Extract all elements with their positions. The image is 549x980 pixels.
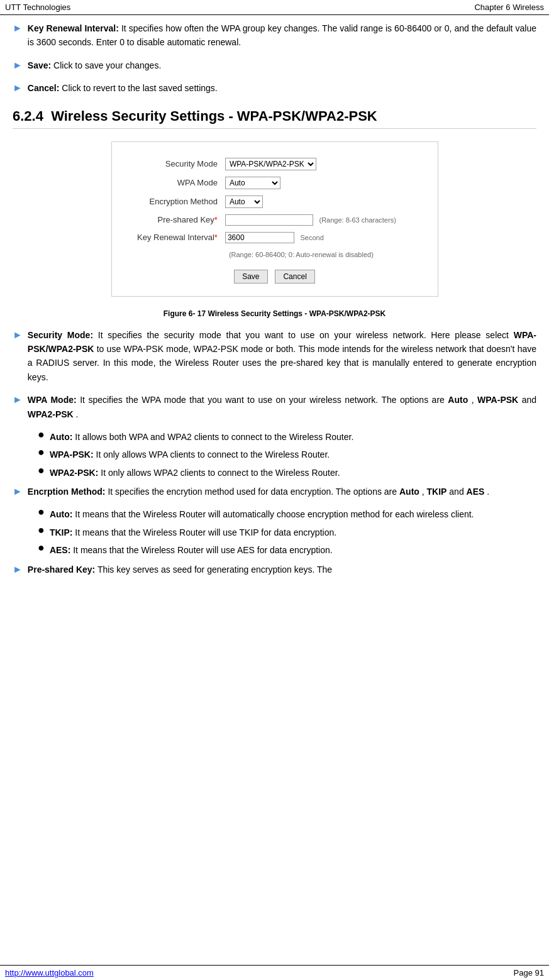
sub-dot-2: ● bbox=[38, 446, 45, 458]
bullet-text-3: Click to revert to the last saved settin… bbox=[62, 83, 217, 93]
security-mode-label: Security Mode bbox=[118, 155, 221, 173]
key-renewal-unit: Second bbox=[301, 234, 324, 241]
key-renewal-input[interactable] bbox=[225, 232, 294, 243]
encryption-method-select[interactable]: Auto TKIP AES bbox=[225, 195, 263, 208]
em-bold: Encrption Method: bbox=[28, 487, 106, 497]
header-left: UTT Technologies bbox=[5, 3, 70, 12]
section-title: 6.2.4 Wireless Security Settings - WPA-P… bbox=[13, 108, 536, 129]
bullet-bold-3: Cancel: bbox=[28, 83, 60, 93]
bullet-text-2: Click to save your changes. bbox=[53, 60, 161, 70]
bullet-cancel: ► Cancel: Click to revert to the last sa… bbox=[13, 81, 536, 95]
sub-em-tkip: ● TKIP: It means that the Wireless Route… bbox=[38, 526, 536, 539]
footer: http://www.uttglobal.com Page 91 bbox=[0, 965, 549, 980]
sm-bold: Security Mode: bbox=[28, 330, 93, 340]
bullet-bold-2: Save: bbox=[28, 60, 51, 70]
sub-wpapsk: ● WPA-PSK: It only allows WPA clients to… bbox=[38, 448, 536, 461]
figure-box: Security Mode WPA-PSK/WPA2-PSK WPA Mode … bbox=[111, 141, 438, 297]
sub-dot-3: ● bbox=[38, 465, 45, 476]
bullet-icon-em: ► bbox=[13, 486, 23, 497]
wm-text: It specifies the WPA mode that you want … bbox=[80, 395, 448, 405]
top-bullets: ► Key Renewal Interval: It specifies how… bbox=[13, 21, 536, 96]
sub-auto-bold: Auto: bbox=[50, 432, 73, 442]
psk-text: This key serves as seed for generating e… bbox=[97, 564, 332, 575]
sub-em-auto-text: It means that the Wireless Router will a… bbox=[72, 509, 474, 519]
encryption-method-cell[interactable]: Auto TKIP AES bbox=[221, 192, 431, 211]
cancel-button[interactable]: Cancel bbox=[275, 270, 314, 284]
sub-em-aes: ● AES: It means that the Wireless Router… bbox=[38, 543, 536, 557]
em-auto: Auto bbox=[399, 487, 419, 497]
sub-em-tkip-text: It means that the Wireless Router will u… bbox=[72, 527, 336, 537]
settings-form: Security Mode WPA-PSK/WPA2-PSK WPA Mode … bbox=[118, 155, 431, 262]
sub-wpa2psk-text: It only allows WPA2 clients to connect t… bbox=[98, 468, 340, 478]
form-buttons: Save Cancel bbox=[118, 270, 431, 284]
sm-text: It specifies the security mode that you … bbox=[98, 330, 514, 340]
bullet-icon-psk: ► bbox=[13, 564, 23, 575]
sub-em-tkip-bold: TKIP: bbox=[50, 527, 73, 537]
sm-text2: to use WPA-PSK mode, WPA2-PSK mode or bo… bbox=[28, 344, 536, 382]
bullet-icon-3: ► bbox=[13, 82, 23, 94]
footer-link[interactable]: http://www.uttglobal.com bbox=[5, 968, 94, 977]
encryption-method-label: Encryption Method bbox=[118, 192, 221, 211]
wm-bold: WPA Mode: bbox=[28, 395, 77, 405]
sub-wpapsk-text: It only allows WPA clients to connect to… bbox=[94, 449, 330, 460]
sub-auto: ● Auto: It allows both WPA and WPA2 clie… bbox=[38, 430, 536, 444]
wpa-mode-row: WPA Mode Auto WPA-PSK WPA2-PSK bbox=[118, 173, 431, 192]
bullet-icon-wm: ► bbox=[13, 394, 23, 405]
sub-em-auto: ● Auto: It means that the Wireless Route… bbox=[38, 507, 536, 521]
key-renewal-label: Key Renewal Interval* bbox=[118, 229, 221, 246]
bullet-icon-2: ► bbox=[13, 60, 23, 71]
sub-em-aes-text: It means that the Wireless Router will u… bbox=[70, 545, 332, 555]
sub-dot-6: ● bbox=[38, 542, 45, 553]
sub-em-auto-bold: Auto: bbox=[50, 509, 73, 519]
key-renewal-row: Key Renewal Interval* Second bbox=[118, 229, 431, 246]
em-tkip: TKIP bbox=[427, 487, 447, 497]
bullet-wpa-mode: ► WPA Mode: It specifies the WPA mode th… bbox=[13, 393, 536, 421]
bullet-key-renewal: ► Key Renewal Interval: It specifies how… bbox=[13, 21, 536, 50]
main-bullets: ► Security Mode: It specifies the securi… bbox=[13, 328, 536, 576]
em-text: It specifies the encrytion method used f… bbox=[108, 487, 399, 497]
bullet-icon-sm: ► bbox=[13, 329, 23, 341]
sub-auto-text: It allows both WPA and WPA2 clients to c… bbox=[72, 432, 353, 442]
footer-page: Page 91 bbox=[514, 968, 544, 977]
preshared-key-row: Pre-shared Key* (Range: 8-63 characters) bbox=[118, 211, 431, 229]
required-star-1: * bbox=[214, 215, 218, 224]
preshared-key-label: Pre-shared Key* bbox=[118, 211, 221, 229]
bullet-bold-1: Key Renewal Interval: bbox=[28, 23, 119, 33]
bullet-encryption: ► Encrption Method: It specifies the enc… bbox=[13, 485, 536, 498]
bullet-save: ► Save: Click to save your changes. bbox=[13, 58, 536, 72]
sub-wpa2psk-bold: WPA2-PSK: bbox=[50, 468, 99, 478]
figure-caption: Figure 6- 17 Wireless Security Settings … bbox=[13, 309, 536, 318]
wpa-mode-select[interactable]: Auto WPA-PSK WPA2-PSK bbox=[225, 177, 280, 189]
save-button[interactable]: Save bbox=[234, 270, 267, 284]
wpa-mode-label: WPA Mode bbox=[118, 173, 221, 192]
header-right: Chapter 6 Wireless bbox=[474, 3, 544, 12]
wpa-mode-cell[interactable]: Auto WPA-PSK WPA2-PSK bbox=[221, 173, 431, 192]
preshared-key-cell[interactable]: (Range: 8-63 characters) bbox=[221, 211, 431, 229]
security-mode-select[interactable]: WPA-PSK/WPA2-PSK bbox=[225, 158, 316, 170]
sub-dot-5: ● bbox=[38, 524, 45, 536]
key-renewal-cell[interactable]: Second bbox=[221, 229, 431, 246]
bullet-icon-1: ► bbox=[13, 23, 23, 34]
sub-wpa2psk: ● WPA2-PSK: It only allows WPA2 clients … bbox=[38, 466, 536, 480]
wm-wpa2psk: WPA2-PSK bbox=[28, 409, 74, 419]
security-mode-row: Security Mode WPA-PSK/WPA2-PSK bbox=[118, 155, 431, 173]
em-aes: AES bbox=[467, 487, 485, 497]
key-renewal-hint-row: (Range: 60-86400; 0: Auto-renewal is dis… bbox=[118, 246, 431, 262]
preshared-key-hint: (Range: 8-63 characters) bbox=[319, 216, 396, 224]
wm-auto: Auto bbox=[448, 395, 468, 405]
sub-dot-4: ● bbox=[38, 506, 45, 517]
bullet-security-mode: ► Security Mode: It specifies the securi… bbox=[13, 328, 536, 385]
encryption-method-row: Encryption Method Auto TKIP AES bbox=[118, 192, 431, 211]
key-renewal-hint: (Range: 60-86400; 0: Auto-renewal is dis… bbox=[229, 251, 374, 258]
psk-bold: Pre-shared Key: bbox=[28, 564, 95, 575]
bullet-preshared: ► Pre-shared Key: This key serves as see… bbox=[13, 563, 536, 576]
sub-dot-1: ● bbox=[38, 429, 45, 440]
wm-wpapsk: WPA-PSK bbox=[477, 395, 518, 405]
preshared-key-input[interactable] bbox=[225, 214, 313, 226]
sub-wpapsk-bold: WPA-PSK: bbox=[50, 449, 94, 460]
sub-em-aes-bold: AES: bbox=[50, 545, 70, 555]
security-mode-cell[interactable]: WPA-PSK/WPA2-PSK bbox=[221, 155, 431, 173]
required-star-2: * bbox=[214, 233, 218, 242]
